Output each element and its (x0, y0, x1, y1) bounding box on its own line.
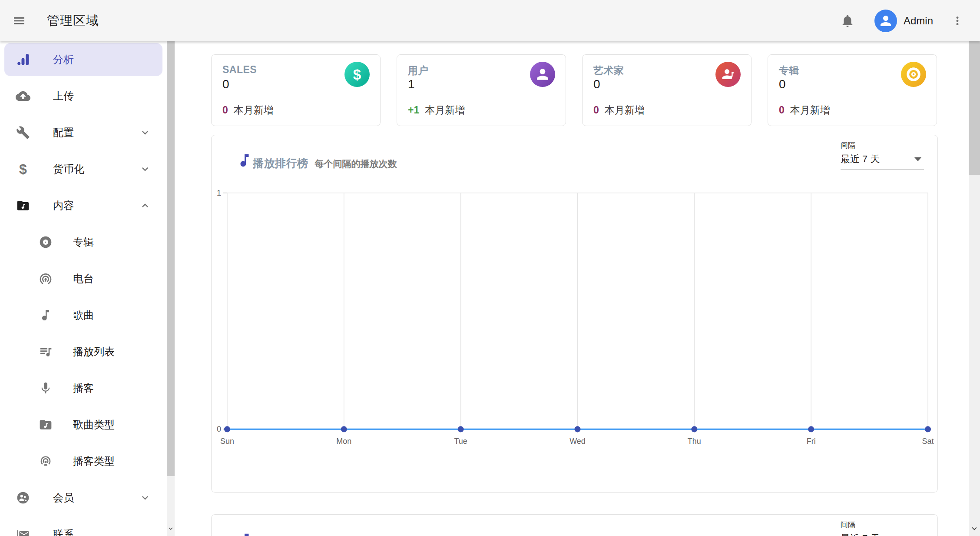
folder-music-icon (38, 417, 53, 432)
stat-card-value: 0 (593, 77, 600, 91)
sidebar-item-podcasts[interactable]: 播客 (0, 370, 167, 406)
chevron-down-icon (139, 163, 151, 175)
stat-delta: 0 (222, 104, 228, 116)
svg-text:Sun: Sun (220, 437, 234, 446)
sidebar-item-config[interactable]: 配置 (0, 114, 167, 151)
menu-button[interactable] (8, 10, 30, 32)
stat-delta: 0 (593, 104, 599, 116)
sidebar-item-song-genres[interactable]: 歌曲类型 (0, 406, 167, 443)
dollar-circle-icon: $ (344, 62, 370, 87)
sidebar-item-albums[interactable]: 专辑 (0, 224, 167, 260)
stat-card-value: 0 (779, 77, 786, 91)
main-scroll-down-button[interactable] (969, 522, 980, 535)
radio-tower-icon (38, 271, 53, 286)
stat-card-title: SALES (222, 64, 257, 76)
podcast-icon (38, 454, 53, 469)
sidebar-item-label: 专辑 (73, 235, 94, 249)
stat-card-artists: 艺术家 0 0 本月新增 (582, 54, 752, 126)
dollar-icon: $ (16, 162, 30, 176)
plays-line-chart: 01SunMonTueWedThuFriSat (212, 135, 937, 492)
sidebar-item-monetization[interactable]: $ 货币化 (0, 151, 167, 187)
svg-text:Sat: Sat (922, 437, 934, 446)
sidebar-item-content[interactable]: 内容 (0, 187, 167, 224)
sidebar-item-label: 内容 (53, 199, 74, 213)
stat-delta-label: 本月新增 (234, 103, 274, 117)
album-icon (38, 235, 53, 250)
members-icon (16, 490, 30, 505)
sidebar-item-upload[interactable]: 上传 (0, 78, 167, 114)
main-scrollbar-thumb[interactable] (969, 41, 980, 175)
sidebar-item-label: 联系 (53, 527, 74, 536)
more-vert-icon (951, 14, 964, 27)
sidebar-item-label: 歌曲 (73, 308, 94, 322)
svg-text:Fri: Fri (807, 437, 816, 446)
music-note-icon (236, 532, 253, 536)
app-title: 管理区域 (47, 12, 99, 30)
topbar-right-cluster: Admin (836, 10, 980, 32)
sidebar-item-label: 歌曲类型 (73, 418, 115, 432)
stat-delta-label: 本月新增 (605, 103, 645, 117)
stat-card-value: 1 (408, 77, 415, 91)
sidebar-item-playlists[interactable]: 播放列表 (0, 333, 167, 370)
music-note-icon (38, 308, 53, 323)
sidebar-scrollbar-thumb[interactable] (167, 41, 175, 476)
chevron-down-icon (167, 525, 175, 533)
person-icon (878, 13, 894, 29)
bell-icon (840, 13, 855, 28)
main-scrollbar (969, 41, 980, 536)
notifications-button[interactable] (836, 10, 859, 32)
sidebar-item-label: 上传 (53, 89, 74, 103)
sidebar-item-podcast-types[interactable]: 播客类型 (0, 443, 167, 479)
hamburger-icon (12, 14, 26, 28)
chevron-down-icon (139, 492, 151, 504)
stat-delta: 0 (779, 104, 785, 116)
top-app-bar: 管理区域 Admin (0, 0, 980, 41)
sidebar-item-songs[interactable]: 歌曲 (0, 297, 167, 333)
sidebar-item-radio[interactable]: 电台 (0, 260, 167, 297)
stat-card-title: 专辑 (779, 64, 799, 77)
svg-text:Wed: Wed (569, 437, 586, 446)
queue-music-icon (38, 344, 53, 359)
sidebar-item-contact[interactable]: 联系 (0, 516, 167, 536)
sidebar-item-label: 播客 (73, 381, 94, 395)
analytics-icon (16, 52, 30, 67)
overflow-menu-button[interactable] (946, 10, 969, 32)
folder-music-icon (16, 198, 30, 213)
plays-chart-card: 播放排行榜 每个间隔的播放次数 间隔 最近 7 天 01SunMonTueWed… (211, 135, 938, 493)
chevron-up-icon (139, 200, 151, 212)
interval-select-label: 间隔 (841, 520, 924, 530)
stat-delta-label: 本月新增 (790, 103, 830, 117)
sidebar-nav: 分析 上传 配置 $ 货币化 内容 专辑 电台 (0, 41, 167, 536)
album-circle-icon (901, 62, 926, 87)
stat-card-row: SALES 0 $ 0 本月新增 用户 1 +1 本月新增 艺术家 0 (211, 54, 937, 126)
interval-select-value: 最近 7 天 (841, 532, 880, 536)
svg-text:Thu: Thu (688, 437, 701, 446)
svg-text:1: 1 (217, 189, 221, 197)
secondary-chart-card: 间隔 最近 7 天 (211, 514, 938, 536)
stat-delta: +1 (408, 104, 419, 116)
stat-card-albums: 专辑 0 0 本月新增 (768, 54, 937, 126)
stat-card-title: 艺术家 (593, 64, 624, 77)
sidebar-item-members[interactable]: 会员 (0, 479, 167, 516)
stat-card-title: 用户 (408, 64, 428, 77)
chevron-down-icon (139, 127, 151, 139)
chevron-down-icon (970, 524, 979, 533)
svg-text:Mon: Mon (336, 437, 351, 446)
sidebar-item-label: 分析 (53, 53, 74, 67)
svg-text:0: 0 (217, 425, 221, 433)
person-circle-icon (530, 62, 555, 87)
interval-select[interactable]: 间隔 最近 7 天 (841, 520, 924, 536)
mic-icon (38, 381, 53, 396)
sidebar-item-label: 货币化 (53, 162, 84, 176)
user-avatar[interactable] (874, 10, 897, 32)
sidebar-scroll-down-button[interactable] (167, 522, 175, 535)
sidebar-item-label: 会员 (53, 491, 74, 505)
svg-text:Tue: Tue (454, 437, 467, 446)
cloud-upload-icon (16, 89, 30, 103)
sidebar-item-label: 配置 (53, 126, 74, 140)
stat-delta-label: 本月新增 (425, 103, 465, 117)
wrench-icon (16, 125, 30, 140)
sidebar-item-analytics[interactable]: 分析 (0, 41, 167, 78)
stat-card-sales: SALES 0 $ 0 本月新增 (211, 54, 381, 126)
sidebar-scrollbar (167, 41, 175, 536)
